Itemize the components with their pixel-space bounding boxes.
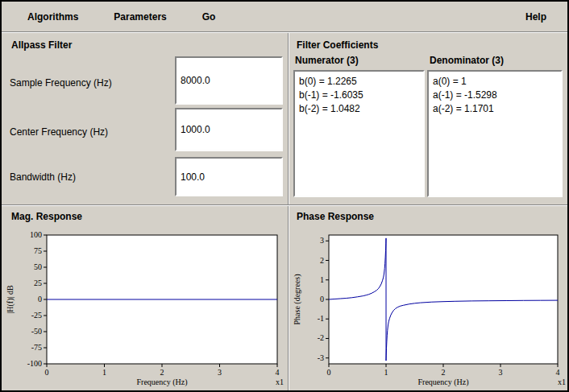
denominator-heading: Denominator (3) [430,55,504,66]
coefficient-line: b(-1) = -1.6035 [299,89,419,102]
svg-text:2: 2 [160,368,164,377]
numerator-listbox[interactable]: b(0) = 1.2265 b(-1) = -1.6035 b(-2) = 1.… [293,70,425,197]
svg-text:75: 75 [34,246,42,255]
svg-text:50: 50 [34,262,42,271]
svg-text:100: 100 [30,230,42,239]
menubar-separator [2,31,567,33]
mag-response-chart: 01234-100-75-50-250255075100Frequency (H… [5,230,285,388]
svg-text:-75: -75 [31,343,42,352]
svg-text:1: 1 [384,368,388,377]
menu-help[interactable]: Help [522,10,550,24]
bandwidth-value: 100.0 [181,171,205,183]
svg-text:2: 2 [320,256,324,265]
svg-text:4: 4 [556,368,560,377]
denominator-listbox[interactable]: a(0) = 1 a(-1) = -1.5298 a(-2) = 1.1701 [427,70,563,197]
svg-text:0: 0 [38,295,42,303]
bandwidth-label: Bandwidth (Hz) [10,171,76,183]
svg-text:Phase (degrees): Phase (degrees) [293,274,302,324]
coefficient-line: a(0) = 1 [433,75,557,89]
coefficient-line: b(-2) = 1.0482 [299,102,419,116]
coefficient-line: a(-2) = 1.1701 [433,102,557,116]
sample-frequency-label: Sample Frequency (Hz) [10,77,112,89]
svg-text:1: 1 [320,275,324,284]
svg-text:3: 3 [499,368,503,377]
allpass-panel-title: Allpass Filter [11,39,72,51]
svg-text:2: 2 [442,368,446,377]
menu-parameters[interactable]: Parameters [110,10,169,24]
svg-text:1: 1 [102,368,106,377]
svg-text:0: 0 [320,295,324,303]
center-frequency-entry[interactable]: 1000.0 [175,108,283,151]
svg-text:3: 3 [218,368,222,377]
sample-frequency-value: 8000.0 [181,75,210,86]
center-frequency-value: 1000.0 [181,124,210,135]
bandwidth-entry[interactable]: 100.0 [175,157,283,196]
horizontal-panel-separator [2,204,567,206]
phase-response-chart: 01234-3-2-10123Frequency (Hz)x1Phase (de… [292,230,567,388]
svg-text:25: 25 [34,279,42,287]
menu-algorithms[interactable]: Algorithms [24,10,81,24]
svg-text:|H(f)| dB: |H(f)| dB [6,285,15,314]
svg-text:x1: x1 [276,378,284,386]
svg-text:-2: -2 [318,333,324,342]
svg-text:-100: -100 [27,359,42,368]
svg-text:4: 4 [276,368,280,377]
svg-text:Frequency (Hz): Frequency (Hz) [417,378,468,387]
svg-text:3: 3 [320,236,324,245]
svg-text:-25: -25 [31,311,42,320]
svg-text:-3: -3 [318,353,324,362]
menu-go[interactable]: Go [199,10,219,24]
menubar: Algorithms Parameters Go Help [2,2,567,31]
mag-response-title: Mag. Response [11,211,82,222]
vertical-panel-separator-bottom [288,206,289,390]
numerator-heading: Numerator (3) [295,55,359,66]
svg-text:0: 0 [45,368,49,377]
svg-text:Frequency (Hz): Frequency (Hz) [136,378,187,387]
phase-response-title: Phase Response [297,211,374,222]
svg-text:0: 0 [327,368,331,377]
coefficient-line: b(0) = 1.2265 [299,75,419,89]
coefficient-line: a(-1) = -1.5298 [433,89,557,102]
svg-text:x1: x1 [558,378,566,386]
svg-text:-1: -1 [318,314,324,323]
center-frequency-label: Center Frequency (Hz) [10,126,108,138]
filter-designer-window: Algorithms Parameters Go Help Allpass Fi… [0,0,569,392]
vertical-panel-separator-top [288,33,289,204]
coefficients-panel-title: Filter Coefficients [297,39,378,51]
svg-text:-50: -50 [31,327,42,336]
sample-frequency-entry[interactable]: 8000.0 [175,56,283,105]
